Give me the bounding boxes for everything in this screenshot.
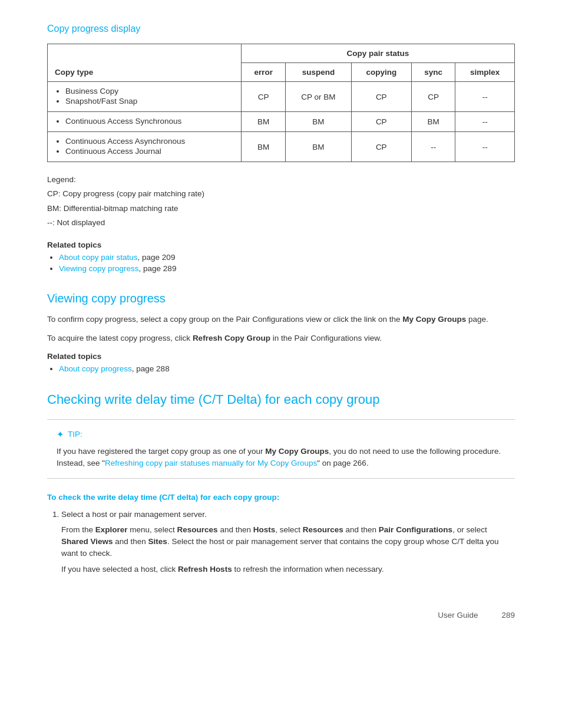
page-ref-3: , page 288	[132, 364, 170, 373]
val-error-1: CP	[241, 82, 285, 112]
sites-bold: Sites	[148, 537, 167, 546]
tip-label-text: TIP:	[68, 429, 82, 440]
hosts-bold: Hosts	[253, 525, 276, 534]
val-suspend-2: BM	[286, 112, 351, 132]
numbered-steps: Select a host or pair management server.…	[47, 509, 515, 575]
list-item: Continuous Access Synchronous	[65, 117, 234, 126]
tip-box: ✦ TIP: If you have registered the target…	[47, 419, 515, 479]
tip-content: If you have registered the target copy g…	[57, 446, 505, 470]
copy-type-col-header: Copy type	[48, 44, 242, 82]
link-refreshing-copy-pair-statuses[interactable]: Refreshing copy pair statuses manually f…	[105, 459, 317, 467]
legend-cp: CP: Copy progress (copy pair matching ra…	[47, 188, 515, 200]
col-suspend: suspend	[286, 63, 351, 82]
page-ref-2: , page 289	[139, 264, 177, 273]
list-item: About copy progress, page 288	[59, 364, 515, 373]
section2-para2: To acquire the latest copy progress, cli…	[47, 332, 515, 344]
shared-views-bold: Shared Views	[61, 537, 113, 546]
section1-heading: Copy progress display	[47, 24, 515, 34]
section1-related-topics: Related topics About copy pair status, p…	[47, 241, 515, 273]
pair-status-group-header: Copy pair status	[241, 44, 514, 63]
val-sync-2: BM	[412, 112, 455, 132]
val-simplex-3: --	[455, 132, 515, 162]
footer-page-number: 289	[501, 611, 515, 620]
list-item: Continuous Access Journal	[65, 147, 234, 156]
step-1: Select a host or pair management server.…	[61, 509, 515, 575]
col-error: error	[241, 63, 285, 82]
pair-configurations-bold: Pair Configurations	[379, 525, 452, 534]
section2-related-topics: Related topics About copy progress, page…	[47, 352, 515, 373]
section2-para1: To confirm copy progress, select a copy …	[47, 314, 515, 325]
explorer-bold: Explorer	[95, 525, 128, 534]
section-copy-progress-display: Copy progress display Copy type Copy pai…	[47, 24, 515, 273]
related-topics-title-1: Related topics	[47, 241, 515, 249]
section-checking-write-delay: Checking write delay time (C/T Delta) fo…	[47, 392, 515, 575]
resources-bold-1: Resources	[177, 525, 218, 534]
my-copy-groups-bold-1: My Copy Groups	[402, 315, 466, 324]
related-topics-title-2: Related topics	[47, 352, 515, 361]
footer-label: User Guide	[438, 611, 478, 620]
val-copying-1: CP	[351, 82, 411, 112]
val-suspend-1: CP or BM	[286, 82, 351, 112]
copy-type-cell-3: Continuous Access Asynchronous Continuou…	[48, 132, 242, 162]
list-item: Continuous Access Asynchronous	[65, 137, 234, 146]
val-error-2: BM	[241, 112, 285, 132]
page-ref-1: , page 209	[138, 253, 176, 262]
section3-heading: Checking write delay time (C/T Delta) fo…	[47, 392, 515, 407]
section2-heading: Viewing copy progress	[47, 292, 515, 305]
link-about-copy-pair-status[interactable]: About copy pair status	[59, 253, 138, 262]
link-viewing-copy-progress[interactable]: Viewing copy progress	[59, 264, 139, 273]
val-sync-1: CP	[412, 82, 455, 112]
list-item: Snapshot/Fast Snap	[65, 97, 234, 106]
refresh-hosts-bold: Refresh Hosts	[178, 565, 232, 574]
val-copying-3: CP	[351, 132, 411, 162]
resources-bold-2: Resources	[303, 525, 343, 534]
my-copy-groups-bold-2: My Copy Groups	[265, 447, 329, 456]
refresh-copy-group-bold: Refresh Copy Group	[193, 334, 270, 342]
section-viewing-copy-progress: Viewing copy progress To confirm copy pr…	[47, 292, 515, 373]
col-sync: sync	[412, 63, 455, 82]
procedure-heading: To check the write delay time (C/T delta…	[47, 493, 515, 502]
step-1-detail-1: From the Explorer menu, select Resources…	[61, 524, 515, 560]
link-about-copy-progress[interactable]: About copy progress	[59, 364, 132, 373]
col-copying: copying	[351, 63, 411, 82]
val-suspend-3: BM	[286, 132, 351, 162]
legend-bm: BM: Differential-bitmap matching rate	[47, 203, 515, 215]
val-error-3: BM	[241, 132, 285, 162]
legend-section: Legend: CP: Copy progress (copy pair mat…	[47, 174, 515, 229]
val-copying-2: CP	[351, 112, 411, 132]
page-footer: User Guide 289	[47, 611, 515, 620]
table-row: Business Copy Snapshot/Fast Snap CP CP o…	[48, 82, 515, 112]
table-row: Continuous Access Asynchronous Continuou…	[48, 132, 515, 162]
tip-icon: ✦	[57, 428, 64, 442]
list-item: About copy pair status, page 209	[59, 253, 515, 262]
list-item: Business Copy	[65, 87, 234, 95]
step-1-detail-2: If you have selected a host, click Refre…	[61, 564, 515, 575]
table-row: Continuous Access Synchronous BM BM CP B…	[48, 112, 515, 132]
list-item: Viewing copy progress, page 289	[59, 264, 515, 273]
val-sync-3: --	[412, 132, 455, 162]
copy-type-cell-2: Continuous Access Synchronous	[48, 112, 242, 132]
copy-type-cell-1: Business Copy Snapshot/Fast Snap	[48, 82, 242, 112]
step-1-text: Select a host or pair management server.	[61, 510, 207, 519]
col-simplex: simplex	[455, 63, 515, 82]
tip-label: ✦ TIP:	[57, 428, 505, 442]
legend-title: Legend:	[47, 174, 515, 186]
val-simplex-1: --	[455, 82, 515, 112]
table-header-row: Copy type Copy pair status	[48, 44, 515, 63]
val-simplex-2: --	[455, 112, 515, 132]
legend-dash: --: Not displayed	[47, 217, 515, 229]
copy-type-table: Copy type Copy pair status error suspend…	[47, 44, 515, 162]
